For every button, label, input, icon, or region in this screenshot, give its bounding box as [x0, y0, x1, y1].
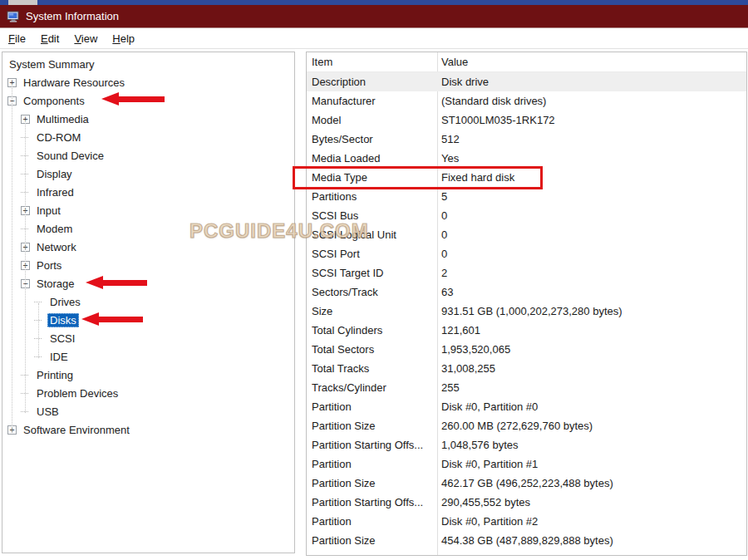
tree-item-ide[interactable]: IDE	[2, 347, 294, 366]
table-row[interactable]: Media TypeFixed hard disk	[307, 168, 746, 187]
tree-item-label[interactable]: Problem Devices	[34, 386, 121, 400]
tree-item-components[interactable]: −Components	[2, 91, 294, 110]
cell-item: Sectors/Track	[307, 286, 437, 298]
tree-item-label[interactable]: IDE	[47, 350, 71, 364]
cell-item: Partition	[307, 515, 437, 528]
tree-item-label[interactable]: Sound Device	[34, 149, 106, 163]
menu-view[interactable]: View	[69, 31, 102, 47]
cell-value: 260.00 MB (272,629,760 bytes)	[437, 420, 593, 432]
tree-item-infrared[interactable]: Infrared	[2, 183, 294, 201]
menu-help[interactable]: Help	[107, 31, 140, 47]
tree-item-label[interactable]: Display	[34, 167, 75, 181]
table-row[interactable]: Partition Size462.17 GB (496,252,223,488…	[307, 474, 746, 493]
column-header-item[interactable]: Item	[307, 56, 437, 68]
table-row[interactable]: Partitions5	[307, 187, 746, 206]
table-row[interactable]: Sectors/Track63	[307, 282, 746, 302]
tree-item-label[interactable]: Input	[34, 204, 63, 218]
tree-item-display[interactable]: Display	[2, 165, 294, 183]
table-row[interactable]: Manufacturer(Standard disk drives)	[307, 91, 746, 111]
tree-item-label[interactable]: System Summary	[7, 57, 97, 71]
tree-item-label[interactable]: Ports	[34, 258, 64, 273]
cell-value: 2	[437, 267, 447, 279]
cell-value: Fixed hard disk	[437, 171, 514, 184]
cell-item: Partition Size	[307, 420, 437, 432]
table-row[interactable]: Total Sectors1,953,520,065	[307, 340, 746, 359]
tree-item-system-summary[interactable]: System Summary	[2, 55, 294, 73]
table-row[interactable]: Tracks/Cylinder255	[307, 378, 746, 397]
cell-value: Disk #0, Partition #2	[437, 515, 538, 528]
table-row[interactable]: Partition Size454.38 GB (487,889,829,888…	[307, 531, 746, 550]
table-row[interactable]: SCSI Bus0	[307, 206, 746, 225]
table-row[interactable]: PartitionDisk #0, Partition #2	[307, 512, 746, 531]
tree-item-cd-rom[interactable]: CD-ROM	[2, 128, 294, 146]
table-row[interactable]: SCSI Logical Unit0	[307, 225, 746, 244]
table-row[interactable]: Partition Size260.00 MB (272,629,760 byt…	[307, 416, 746, 435]
menu-bar: FileEditViewHelp	[0, 28, 748, 49]
tree-item-software-environment[interactable]: +Software Environment	[2, 420, 294, 439]
cell-item: Partition Starting Offs...	[307, 439, 437, 451]
tree-item-label[interactable]: Multimedia	[34, 112, 91, 126]
tree-item-modem[interactable]: Modem	[2, 219, 294, 238]
table-header: Item Value	[307, 52, 746, 72]
cell-item: Media Loaded	[307, 152, 437, 165]
table-row[interactable]: Total Cylinders121,601	[307, 321, 746, 340]
tree-item-sound-device[interactable]: Sound Device	[2, 146, 294, 165]
table-row[interactable]: Partition Starting Offs...1,048,576 byte…	[307, 435, 746, 454]
cell-item: Total Cylinders	[307, 324, 437, 336]
cell-value: 0	[437, 209, 447, 222]
tree-item-label[interactable]: Infrared	[34, 185, 76, 199]
table-row[interactable]: PartitionDisk #0, Partition #0	[307, 397, 746, 416]
table-row[interactable]: Bytes/Sector512	[307, 130, 746, 149]
cell-item: Media Type	[307, 171, 437, 184]
tree-item-label[interactable]: Software Environment	[21, 423, 132, 437]
cell-item: Description	[307, 76, 437, 88]
tree-item-label[interactable]: Network	[34, 240, 79, 254]
table-row[interactable]: Partition Starting Offs...290,455,552 by…	[307, 493, 746, 512]
tree-connector	[34, 302, 42, 302]
tree-item-hardware-resources[interactable]: +Hardware Resources	[2, 73, 294, 91]
tree-item-usb[interactable]: USB	[2, 402, 294, 420]
cell-value: Disk #0, Partition #1	[437, 458, 538, 470]
tree-item-label[interactable]: CD-ROM	[34, 130, 83, 145]
tree-item-scsi[interactable]: SCSI	[2, 329, 294, 347]
cell-value: 462.17 GB (496,252,223,488 bytes)	[437, 477, 613, 489]
tree-item-network[interactable]: +Network	[2, 238, 294, 256]
cell-value: 512	[437, 133, 460, 145]
tree-item-drives[interactable]: Drives	[2, 292, 294, 311]
table-row[interactable]: Size931.51 GB (1,000,202,273,280 bytes)	[307, 302, 746, 321]
tree-item-label[interactable]: Printing	[34, 368, 76, 382]
column-header-value[interactable]: Value	[437, 56, 468, 68]
table-row[interactable]: Media LoadedYes	[307, 149, 746, 168]
table-row[interactable]: SCSI Port0	[307, 244, 746, 263]
table-row[interactable]: ModelST1000LM035-1RK172	[307, 111, 746, 130]
table-row[interactable]: Total Tracks31,008,255	[307, 359, 746, 378]
cell-value: Yes	[437, 152, 459, 165]
table-row[interactable]: DescriptionDisk drive	[307, 72, 746, 91]
tree-panel[interactable]: System Summary+Hardware Resources−Compon…	[2, 52, 295, 553]
tree-item-label[interactable]: Storage	[34, 277, 77, 291]
tree-item-label[interactable]: Components	[21, 94, 87, 108]
tree-item-label[interactable]: SCSI	[47, 332, 77, 346]
details-panel[interactable]: Item Value DescriptionDisk driveManufact…	[306, 52, 747, 556]
menu-file[interactable]: File	[3, 31, 31, 47]
tree-item-label[interactable]: USB	[34, 405, 62, 419]
tree-item-problem-devices[interactable]: Problem Devices	[2, 384, 294, 402]
tree-item-label[interactable]: Hardware Resources	[21, 76, 127, 90]
cell-value: 290,455,552 bytes	[437, 496, 530, 508]
table-row[interactable]: Partition Starting Offs...496,542,679,04…	[307, 550, 746, 556]
tree-item-input[interactable]: +Input	[2, 201, 294, 219]
tree-item-label[interactable]: Drives	[47, 295, 83, 309]
table-row[interactable]: PartitionDisk #0, Partition #1	[307, 454, 746, 474]
tree-item-storage[interactable]: −Storage	[2, 274, 294, 292]
tree-item-multimedia[interactable]: +Multimedia	[2, 110, 294, 128]
menu-edit[interactable]: Edit	[36, 31, 64, 47]
tree-item-label[interactable]: Modem	[34, 222, 75, 236]
tree-item-label[interactable]: Disks	[47, 313, 79, 327]
table-row[interactable]: SCSI Target ID2	[307, 263, 746, 282]
tree-item-printing[interactable]: Printing	[2, 366, 294, 384]
cell-item: Bytes/Sector	[307, 133, 437, 145]
cell-item: Partition Starting Offs...	[307, 553, 437, 556]
tree-item-disks[interactable]: Disks	[2, 311, 294, 329]
system-information-icon	[7, 10, 20, 23]
tree-item-ports[interactable]: +Ports	[2, 256, 294, 274]
